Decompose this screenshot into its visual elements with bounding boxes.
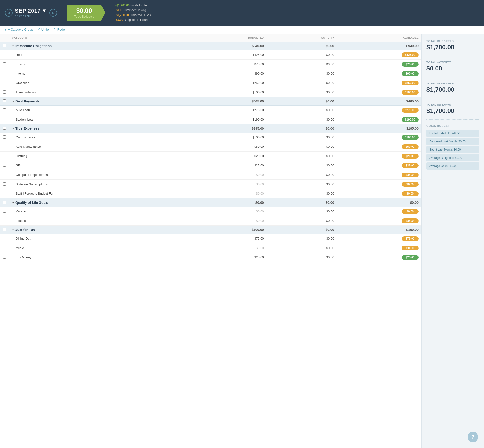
quick-budget-item[interactable]: Average Budgeted: $0.00 — [427, 154, 479, 161]
category-name: Transportation — [9, 88, 186, 97]
total-available-block: TOTAL AVAILABLE $1,700.00 — [427, 82, 479, 98]
group-row[interactable]: ▼Quality of Life Goals $0.00 $0.00 $0.00 — [0, 198, 421, 207]
category-budgeted[interactable]: $0.00 — [186, 243, 267, 253]
category-checkbox[interactable] — [3, 192, 6, 195]
table-row: Stuff I Forgot to Budget For $0.00 $0.00… — [0, 189, 421, 198]
total-available-value: $1,700.00 — [427, 86, 479, 93]
quick-budget-item[interactable]: Underfunded: $1,242.50 — [427, 130, 479, 137]
category-available: $50.00 — [337, 142, 421, 151]
category-checkbox[interactable] — [3, 237, 6, 240]
category-budgeted[interactable]: $75.00 — [186, 234, 267, 243]
category-checkbox[interactable] — [3, 219, 6, 222]
group-checkbox[interactable] — [3, 44, 6, 47]
category-budgeted[interactable]: $190.00 — [186, 115, 267, 124]
redo-label: Redo — [57, 28, 65, 31]
redo-button[interactable]: ↻ Redo — [54, 28, 65, 31]
group-available: $195.00 — [337, 124, 421, 133]
category-checkbox[interactable] — [3, 62, 6, 65]
category-checkbox[interactable] — [3, 154, 6, 157]
budget-table-wrapper: CATEGORY BUDGETED ACTIVITY AVAILABLE ▼Im… — [0, 34, 421, 448]
category-checkbox[interactable] — [3, 182, 6, 185]
category-budgeted[interactable]: $25.00 — [186, 253, 267, 262]
category-activity: $0.00 — [267, 78, 337, 88]
group-available: $940.00 — [337, 42, 421, 50]
category-activity: $0.00 — [267, 207, 337, 216]
category-checkbox[interactable] — [3, 173, 6, 176]
group-budgeted: $465.00 — [186, 97, 267, 105]
category-budgeted[interactable]: $25.00 — [186, 161, 267, 170]
category-budgeted[interactable]: $0.00 — [186, 170, 267, 179]
total-inflows-label: TOTAL INFLOWS — [427, 103, 479, 106]
category-budgeted[interactable]: $20.00 — [186, 151, 267, 161]
table-row: Fitness $0.00 $0.00 $0.00 — [0, 216, 421, 225]
group-row[interactable]: ▼Debt Payments $465.00 $0.00 $465.00 — [0, 97, 421, 105]
group-row[interactable]: ▼Just for Fun $100.00 $0.00 $100.00 — [0, 225, 421, 234]
category-name: Internet — [9, 69, 186, 78]
quick-budget-item[interactable]: Average Spent: $0.00 — [427, 162, 479, 170]
table-row: Gifts $25.00 $0.00 $25.00 — [0, 161, 421, 170]
category-checkbox[interactable] — [3, 118, 6, 121]
category-activity: $0.00 — [267, 216, 337, 225]
group-budgeted: $100.00 — [186, 225, 267, 234]
category-budgeted[interactable]: $0.00 — [186, 179, 267, 189]
total-budgeted-value: $1,700.00 — [427, 44, 479, 51]
note-input[interactable]: Enter a note... — [15, 15, 47, 18]
category-checkbox[interactable] — [3, 145, 6, 148]
next-month-button[interactable]: ▶ — [49, 9, 57, 16]
category-checkbox[interactable] — [3, 90, 6, 94]
table-row: Transportation $100.00 $0.00 $100.00 — [0, 88, 421, 97]
group-row[interactable]: ▼Immediate Obligations $940.00 $0.00 $94… — [0, 42, 421, 50]
category-budgeted[interactable]: $100.00 — [186, 133, 267, 142]
category-budgeted[interactable]: $50.00 — [186, 142, 267, 151]
category-checkbox[interactable] — [3, 209, 6, 213]
group-checkbox[interactable] — [3, 99, 6, 103]
help-button[interactable]: ? — [468, 432, 478, 442]
category-checkbox[interactable] — [3, 246, 6, 249]
category-budgeted[interactable]: $275.00 — [186, 105, 267, 115]
category-budgeted[interactable]: $90.00 — [186, 69, 267, 78]
category-checkbox[interactable] — [3, 256, 6, 259]
table-row: Computer Replacement $0.00 $0.00 $0.00 — [0, 170, 421, 179]
category-checkbox[interactable] — [3, 81, 6, 84]
category-activity: $0.00 — [267, 133, 337, 142]
category-budgeted[interactable]: $425.00 — [186, 50, 267, 59]
total-available-label: TOTAL AVAILABLE — [427, 82, 479, 85]
add-category-group-button[interactable]: ＋ + Category Group — [4, 27, 33, 32]
group-available: $0.00 — [337, 198, 421, 207]
category-activity: $0.00 — [267, 170, 337, 179]
category-checkbox[interactable] — [3, 136, 6, 139]
group-checkbox[interactable] — [3, 127, 6, 130]
main-layout: CATEGORY BUDGETED ACTIVITY AVAILABLE ▼Im… — [0, 34, 484, 448]
total-budgeted-block: TOTAL BUDGETED $1,700.00 — [427, 40, 479, 56]
table-header: CATEGORY BUDGETED ACTIVITY AVAILABLE — [0, 34, 421, 42]
category-name: Dining Out — [9, 234, 186, 243]
available-pill: $0.00 — [402, 173, 418, 177]
group-checkbox[interactable] — [3, 228, 6, 231]
undo-button[interactable]: ↺ Undo — [38, 28, 49, 31]
category-checkbox[interactable] — [3, 164, 6, 167]
available-pill: $0.00 — [402, 182, 418, 187]
category-budgeted[interactable]: $75.00 — [186, 59, 267, 69]
category-budgeted[interactable]: $0.00 — [186, 189, 267, 198]
group-row[interactable]: ▼True Expenses $195.00 $0.00 $195.00 — [0, 124, 421, 133]
breakdown-budgeted-future: -$0.00 Budgeted in Future — [115, 17, 151, 22]
category-budgeted[interactable]: $0.00 — [186, 216, 267, 225]
prev-month-button[interactable]: ◀ — [5, 9, 13, 16]
category-checkbox[interactable] — [3, 53, 6, 56]
category-activity: $0.00 — [267, 189, 337, 198]
category-budgeted[interactable]: $100.00 — [186, 88, 267, 97]
category-name: Rent — [9, 50, 186, 59]
group-name: ▼Just for Fun — [9, 225, 186, 234]
group-checkbox[interactable] — [3, 201, 6, 204]
table-row: Dining Out $75.00 $0.00 $75.00 — [0, 234, 421, 243]
quick-budget-item[interactable]: Spent Last Month: $0.00 — [427, 146, 479, 153]
table-row: Fun Money $25.00 $0.00 $25.00 — [0, 253, 421, 262]
category-budgeted[interactable]: $250.00 — [186, 78, 267, 88]
category-checkbox[interactable] — [3, 108, 6, 112]
category-checkbox[interactable] — [3, 72, 6, 75]
quick-budget-item[interactable]: Budgeted Last Month: $0.00 — [427, 138, 479, 145]
category-budgeted[interactable]: $0.00 — [186, 207, 267, 216]
sidebar: TOTAL BUDGETED $1,700.00 TOTAL ACTIVITY … — [421, 34, 484, 448]
month-dropdown-arrow[interactable]: ▼ — [42, 8, 47, 14]
category-activity: $0.00 — [267, 179, 337, 189]
